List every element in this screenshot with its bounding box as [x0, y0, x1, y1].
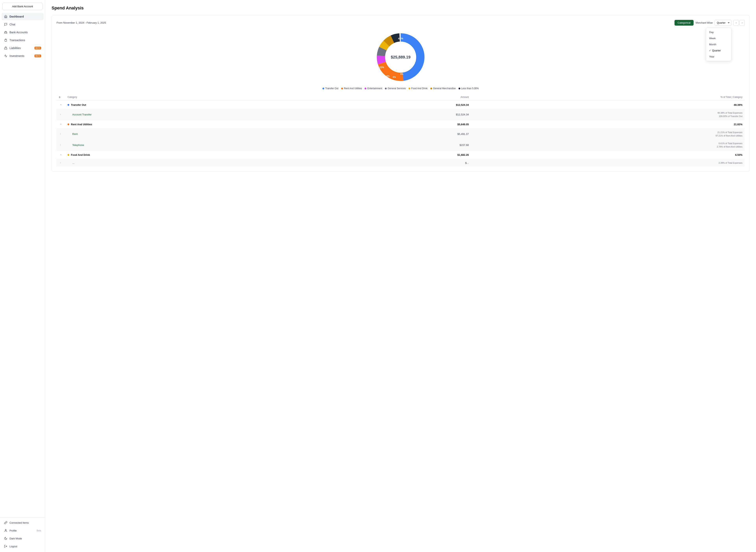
- category-dot: [67, 104, 69, 106]
- time-period-select[interactable]: Day Week Month Quarter Year: [715, 20, 731, 26]
- expand-cell-sub[interactable]: [56, 159, 65, 167]
- sidebar-item-label: Transactions: [9, 39, 25, 42]
- dropdown-month[interactable]: Month: [706, 41, 731, 47]
- expand-cell-sub[interactable]: [56, 109, 65, 120]
- legend-item-rent-and-utilities: Rent And Utilities: [341, 87, 362, 90]
- sub-category-name[interactable]: Rent: [67, 133, 78, 135]
- page-title: Spend Analysis: [51, 6, 750, 11]
- legend-item-general-merchandise: General Merchandise: [430, 87, 456, 90]
- category-name: Transfer Out: [71, 103, 86, 106]
- sidebar-item-liabilities[interactable]: Liabilities BETA: [2, 44, 43, 52]
- receipt-icon: [4, 38, 7, 42]
- category-cell: Transfer Out: [65, 101, 319, 109]
- expand-cell[interactable]: [56, 151, 65, 159]
- sub-category-name[interactable]: ...: [67, 161, 74, 164]
- chart-area: $25,889.19 48% 22% 6% 6% 5% 6% 6% Transf…: [56, 29, 745, 90]
- legend-dot: [459, 88, 460, 90]
- sidebar-item-label: Connected Items: [9, 521, 29, 524]
- pct-entertainment: 6%: [387, 75, 390, 77]
- sidebar-item-dashboard[interactable]: Dashboard: [2, 13, 43, 20]
- nav-list: Dashboard Chat Bank Accounts Transaction…: [0, 13, 45, 517]
- category-name: Rent And Utilities: [71, 123, 92, 126]
- pct-sub-cell: 48.38% of Total Expenses 100.00% of Tran…: [471, 109, 745, 120]
- svg-rect-0: [5, 32, 7, 33]
- chevron-right-icon[interactable]: [59, 132, 62, 135]
- sidebar-item-investments[interactable]: Investments BETA: [2, 52, 43, 60]
- sidebar-item-label: Profile: [9, 529, 17, 532]
- expand-cell-sub[interactable]: [56, 129, 65, 140]
- legend-dot: [385, 88, 387, 90]
- pct-line2: 97.21% of Rent And Utilities: [473, 134, 742, 137]
- sidebar-item-dark-mode[interactable]: Dark Mode: [2, 535, 43, 542]
- sidebar-item-label: Chat: [9, 23, 15, 26]
- sort-column-header[interactable]: [56, 94, 65, 101]
- sidebar-item-label: Liabilities: [9, 46, 21, 50]
- pct-food-drink: 5%: [400, 73, 404, 75]
- beta-badge: BETA: [34, 47, 41, 49]
- amount-cell: $5,649.05: [319, 120, 471, 129]
- sidebar-item-label: Investments: [9, 54, 24, 57]
- legend-dot: [322, 88, 324, 90]
- sidebar-item-logout[interactable]: Logout: [2, 543, 43, 550]
- dropdown-year[interactable]: Year: [706, 53, 731, 60]
- pct-sub-cell: 2.39% of Total Expenses: [471, 159, 745, 167]
- dropdown-quarter[interactable]: ✓ Quarter: [706, 47, 731, 53]
- sidebar-item-transactions[interactable]: Transactions: [2, 36, 43, 44]
- categorical-button[interactable]: Categorical: [674, 20, 694, 26]
- amount-sub-cell: $157.68: [319, 140, 471, 151]
- sub-category-name[interactable]: Telephone: [67, 144, 84, 146]
- pct-less-than: 6%: [413, 59, 416, 62]
- pct-line1: 21.21% of Total Expenses: [473, 131, 742, 134]
- bank-icon: [4, 30, 7, 34]
- add-bank-button[interactable]: Add Bank Account: [2, 3, 43, 10]
- table-wrapper: Category Amount % of Total | Category Tr…: [56, 94, 745, 167]
- analysis-card: From November 1, 2024 - February 1, 2025…: [51, 15, 750, 172]
- table-body: Transfer Out $12,524.34 48.38% Account T…: [56, 101, 745, 167]
- dropdown-day[interactable]: Day: [706, 29, 731, 35]
- sub-category-name[interactable]: Account Transfer: [67, 113, 92, 116]
- legend-dot: [364, 88, 366, 90]
- amount-cell: $12,524.34: [319, 101, 471, 109]
- chevron-right-icon[interactable]: [59, 143, 62, 146]
- amount-cell: $1,682.26: [319, 151, 471, 159]
- sidebar-item-profile[interactable]: Profile Beta: [2, 527, 43, 534]
- pct-cell: 21.82%: [471, 120, 745, 129]
- expand-icon[interactable]: [59, 103, 63, 107]
- person-icon: [4, 529, 7, 532]
- expand-icon[interactable]: [59, 153, 63, 157]
- beta-badge: BETA: [34, 54, 41, 57]
- table-row: Telephone $157.68 0.61% of Total Expense…: [56, 140, 745, 151]
- sidebar-item-connected-items[interactable]: Connected Items: [2, 519, 43, 526]
- table-row: Rent And Utilities $5,649.05 21.82%: [56, 120, 745, 129]
- expand-icon[interactable]: [59, 122, 63, 126]
- main-content: Spend Analysis From November 1, 2024 - F…: [45, 0, 756, 552]
- prev-arrow-button[interactable]: ‹: [733, 20, 739, 26]
- svg-point-5: [5, 529, 6, 530]
- expand-cell[interactable]: [56, 101, 65, 109]
- amount-column-header: Amount: [319, 94, 471, 101]
- pct-sub-lines: 21.21% of Total Expenses 97.21% of Rent …: [473, 131, 742, 137]
- time-period-dropdown: Day Week Month ✓ Quarter Year: [706, 28, 731, 61]
- card-header: From November 1, 2024 - February 1, 2025…: [56, 20, 745, 26]
- expand-cell[interactable]: [56, 120, 65, 129]
- merchant-wise-button[interactable]: Merchant Wise: [696, 21, 713, 24]
- expand-cell-sub[interactable]: [56, 140, 65, 151]
- category-name: Food And Drink: [71, 153, 90, 156]
- chevron-right-icon[interactable]: [59, 161, 62, 164]
- date-range: From November 1, 2024 - February 1, 2025: [56, 21, 106, 24]
- link-icon: [4, 521, 7, 524]
- legend-item-entertainment: Entertainment: [364, 87, 382, 90]
- next-arrow-button[interactable]: ›: [739, 20, 745, 26]
- category-cell: Rent And Utilities: [65, 120, 319, 129]
- sidebar-item-label: Dark Mode: [9, 537, 22, 540]
- pct-sub-lines: 48.38% of Total Expenses 100.00% of Tran…: [473, 111, 742, 118]
- sidebar-item-chat[interactable]: Chat: [2, 21, 43, 28]
- lock-icon: [4, 46, 7, 50]
- sidebar-item-label: Logout: [9, 545, 17, 548]
- sidebar-item-label: Dashboard: [9, 15, 24, 18]
- sidebar-item-bank-accounts[interactable]: Bank Accounts: [2, 28, 43, 36]
- dropdown-week[interactable]: Week: [706, 35, 731, 41]
- category-dot: [67, 154, 69, 156]
- chevron-right-icon[interactable]: [59, 113, 62, 116]
- legend-label: Less than 5.00%: [461, 87, 479, 90]
